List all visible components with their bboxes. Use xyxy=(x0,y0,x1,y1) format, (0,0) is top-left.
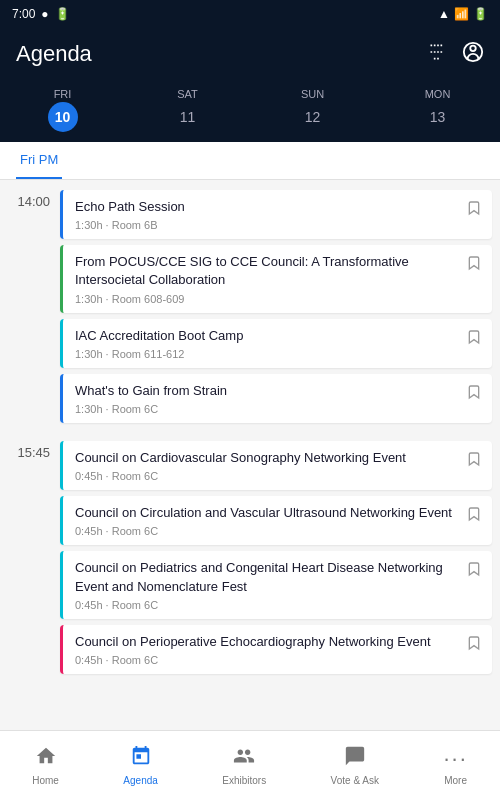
session-perioperative-meta: 0:45h · Room 6C xyxy=(75,654,458,666)
sessions-1545: Council on Cardiovascular Sonography Net… xyxy=(60,441,500,674)
nav-home-label: Home xyxy=(32,775,59,786)
sessions-1400: Echo Path Session 1:30h · Room 6B From P… xyxy=(60,190,500,423)
bottom-navigation: Home Agenda Exhibitors Vote & Ask ··· Mo… xyxy=(0,730,500,800)
nav-more[interactable]: ··· More xyxy=(433,740,477,792)
session-pocus[interactable]: From POCUS/CCE SIG to CCE Council: A Tra… xyxy=(60,245,492,312)
session-circulation-meta: 0:45h · Room 6C xyxy=(75,525,458,537)
battery-icon: 🔋 xyxy=(55,7,70,21)
status-time: 7:00 ● 🔋 xyxy=(12,7,70,21)
nav-vote-ask[interactable]: Vote & Ask xyxy=(321,739,389,792)
status-bar: 7:00 ● 🔋 ▲ 📶 🔋 xyxy=(0,0,500,28)
bookmark-iac[interactable] xyxy=(458,327,482,349)
filter-button[interactable] xyxy=(428,42,448,67)
date-fri-circle: 10 xyxy=(48,102,78,132)
session-cardio-title: Council on Cardiovascular Sonography Net… xyxy=(75,449,458,467)
session-circulation[interactable]: Council on Circulation and Vascular Ultr… xyxy=(60,496,492,545)
agenda-icon xyxy=(130,745,152,772)
date-sun[interactable]: SUN 12 xyxy=(298,88,328,132)
session-strain-title: What's to Gain from Strain xyxy=(75,382,458,400)
nav-exhibitors-label: Exhibitors xyxy=(222,775,266,786)
session-content: 14:00 Echo Path Session 1:30h · Room 6B … xyxy=(0,180,500,734)
session-echo-path-title: Echo Path Session xyxy=(75,198,458,216)
session-circulation-title: Council on Circulation and Vascular Ultr… xyxy=(75,504,458,522)
bookmark-strain[interactable] xyxy=(458,382,482,404)
time-label-1545: 15:45 xyxy=(0,441,60,674)
session-iac-title: IAC Accreditation Boot Camp xyxy=(75,327,458,345)
top-bar: Agenda xyxy=(0,28,500,80)
day-mon-label: MON xyxy=(425,88,451,100)
exhibitors-icon xyxy=(233,745,255,772)
nav-more-label: More xyxy=(444,775,467,786)
nav-home[interactable]: Home xyxy=(22,739,69,792)
more-icon: ··· xyxy=(443,746,467,772)
session-cardio-meta: 0:45h · Room 6C xyxy=(75,470,458,482)
session-pediatrics-meta: 0:45h · Room 6C xyxy=(75,599,458,611)
date-navigation: FRI 10 SAT 11 SUN 12 MON 13 xyxy=(0,80,500,142)
session-strain-meta: 1:30h · Room 6C xyxy=(75,403,458,415)
session-echo-path[interactable]: Echo Path Session 1:30h · Room 6B xyxy=(60,190,492,239)
session-iac[interactable]: IAC Accreditation Boot Camp 1:30h · Room… xyxy=(60,319,492,368)
day-sun-label: SUN xyxy=(301,88,324,100)
profile-button[interactable] xyxy=(462,41,484,68)
date-mon-circle: 13 xyxy=(423,102,453,132)
day-fri-label: FRI xyxy=(54,88,72,100)
session-pocus-meta: 1:30h · Room 608-609 xyxy=(75,293,458,305)
notification-icon: ● xyxy=(41,7,48,21)
svg-point-1 xyxy=(470,45,476,51)
nav-agenda[interactable]: Agenda xyxy=(113,739,167,792)
battery-full-icon: 🔋 xyxy=(473,7,488,21)
date-mon[interactable]: MON 13 xyxy=(423,88,453,132)
bookmark-cardio[interactable] xyxy=(458,449,482,471)
time-label-1400: 14:00 xyxy=(0,190,60,423)
status-icons: ▲ 📶 🔋 xyxy=(438,7,488,21)
session-pocus-title: From POCUS/CCE SIG to CCE Council: A Tra… xyxy=(75,253,458,289)
bookmark-pediatrics[interactable] xyxy=(458,559,482,581)
session-pediatrics[interactable]: Council on Pediatrics and Congenital Hea… xyxy=(60,551,492,618)
session-strain[interactable]: What's to Gain from Strain 1:30h · Room … xyxy=(60,374,492,423)
date-sat[interactable]: SAT 11 xyxy=(173,88,203,132)
time-group-1545: 15:45 Council on Cardiovascular Sonograp… xyxy=(0,431,500,674)
time-group-1400: 14:00 Echo Path Session 1:30h · Room 6B … xyxy=(0,180,500,423)
top-bar-actions xyxy=(428,41,484,68)
bookmark-echo-path[interactable] xyxy=(458,198,482,220)
session-cardio-network[interactable]: Council on Cardiovascular Sonography Net… xyxy=(60,441,492,490)
bookmark-pocus[interactable] xyxy=(458,253,482,275)
signal-icon: 📶 xyxy=(454,7,469,21)
session-perioperative[interactable]: Council on Perioperative Echocardiograph… xyxy=(60,625,492,674)
wifi-icon: ▲ xyxy=(438,7,450,21)
date-sat-circle: 11 xyxy=(173,102,203,132)
session-perioperative-title: Council on Perioperative Echocardiograph… xyxy=(75,633,458,651)
date-fri[interactable]: FRI 10 xyxy=(48,88,78,132)
session-pediatrics-title: Council on Pediatrics and Congenital Hea… xyxy=(75,559,458,595)
bookmark-circulation[interactable] xyxy=(458,504,482,526)
time-display: 7:00 xyxy=(12,7,35,21)
session-iac-meta: 1:30h · Room 611-612 xyxy=(75,348,458,360)
vote-ask-icon xyxy=(344,745,366,772)
tab-bar: Fri PM xyxy=(0,142,500,180)
nav-exhibitors[interactable]: Exhibitors xyxy=(212,739,276,792)
bookmark-perioperative[interactable] xyxy=(458,633,482,655)
nav-agenda-label: Agenda xyxy=(123,775,157,786)
home-icon xyxy=(35,745,57,772)
day-sat-label: SAT xyxy=(177,88,198,100)
date-sun-circle: 12 xyxy=(298,102,328,132)
nav-vote-ask-label: Vote & Ask xyxy=(331,775,379,786)
tab-fri-pm[interactable]: Fri PM xyxy=(16,142,62,179)
page-title: Agenda xyxy=(16,41,92,67)
session-echo-path-meta: 1:30h · Room 6B xyxy=(75,219,458,231)
